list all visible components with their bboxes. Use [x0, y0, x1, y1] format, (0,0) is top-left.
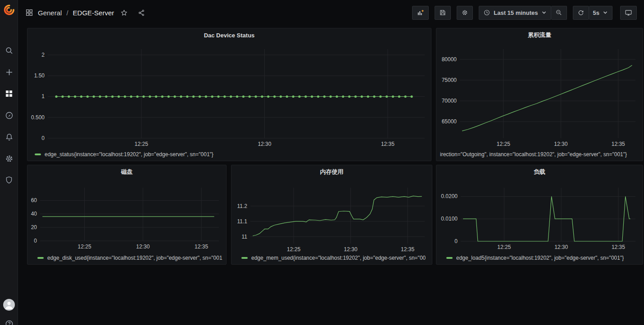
chart-cumulative-traffic[interactable]: 6500070000750008000012:2512:3012:35: [436, 28, 643, 162]
dashboard-toolbar: Last 15 minutes 5s: [406, 6, 637, 20]
legend-swatch: [37, 257, 44, 259]
x-tick-label: 12:35: [195, 244, 208, 250]
legend: edge_mem_used{instance="localhost:19202"…: [241, 255, 429, 261]
dashboard-settings-button[interactable]: [457, 6, 473, 20]
series-point: [105, 95, 107, 98]
y-tick-label: 20: [31, 224, 37, 230]
zoom-out-icon: [555, 9, 562, 16]
y-tick-label: 2: [41, 52, 45, 58]
grafana-logo[interactable]: [0, 0, 18, 20]
series-point: [254, 95, 257, 98]
refresh-interval-picker[interactable]: 5s: [589, 6, 612, 20]
series-point: [354, 95, 357, 98]
sidebar-item-search[interactable]: [0, 40, 18, 61]
x-tick-label: 12:30: [136, 244, 150, 250]
series-point: [211, 95, 213, 98]
chart-disk[interactable]: 020406012:2512:3012:35: [27, 165, 226, 266]
y-tick-label: 11.1: [237, 218, 248, 225]
save-icon: [439, 9, 446, 16]
series-point: [186, 95, 188, 98]
chart-canvas[interactable]: 020406012:2512:3012:35: [27, 165, 226, 264]
x-tick-label: 12:35: [612, 141, 625, 147]
series-point: [249, 95, 251, 98]
breadcrumb-separator: /: [66, 9, 68, 17]
panel-title[interactable]: 负载: [436, 165, 643, 179]
legend-series-name[interactable]: edge_disk_used{instance="localhost:19202…: [47, 255, 222, 261]
series-point: [342, 95, 344, 98]
y-tick-label: 65000: [442, 118, 457, 125]
panel-cumulative-traffic: 累积流量 6500070000750008000012:2512:3012:35…: [436, 28, 643, 161]
chart-canvas[interactable]: 00.01000.020012:2512:3012:35: [436, 165, 643, 264]
time-range-picker[interactable]: Last 15 minutes: [479, 6, 551, 20]
chart-memory-usage[interactable]: 1111.111.212:2512:3012:35: [231, 165, 432, 266]
chart-canvas[interactable]: 6500070000750008000012:2512:3012:35: [436, 28, 643, 161]
series-line: [462, 65, 632, 131]
sidebar-item-help[interactable]: [0, 317, 18, 325]
kiosk-mode-button[interactable]: [620, 6, 637, 20]
favorite-star-button[interactable]: [120, 9, 128, 17]
y-tick-label: 1: [41, 93, 45, 99]
series-point: [217, 95, 219, 98]
sidebar-item-explore[interactable]: [0, 104, 18, 126]
series-point: [336, 95, 338, 98]
add-panel-icon: [417, 9, 424, 17]
legend-series-name[interactable]: irection="Outgoing", instance="localhost…: [440, 151, 627, 158]
series-point: [199, 95, 201, 98]
x-tick-label: 12:35: [381, 141, 395, 147]
y-tick-label: 0: [41, 135, 45, 141]
panel-title[interactable]: 内存使用: [231, 165, 432, 179]
apps-grid-icon: [25, 9, 33, 17]
sidebar-item-configuration[interactable]: [0, 148, 18, 169]
legend-swatch: [446, 257, 453, 259]
panel-title[interactable]: 磁盘: [27, 165, 226, 179]
chart-canvas[interactable]: 1111.111.212:2512:3012:35: [231, 165, 432, 264]
shield-icon: [5, 176, 14, 185]
sidebar-item-alerting[interactable]: [0, 126, 18, 148]
legend-series-name[interactable]: edge_status{instance="localhost:19202", …: [45, 151, 213, 158]
panel-title[interactable]: 累积流量: [436, 28, 643, 42]
series-point: [223, 95, 226, 98]
x-tick-label: 12:30: [554, 141, 567, 147]
user-avatar[interactable]: [3, 299, 15, 311]
sidebar-item-server-admin[interactable]: [0, 169, 18, 191]
legend-series-name[interactable]: edge_mem_used{instance="localhost:19202"…: [251, 255, 426, 261]
chevron-down-icon: [603, 10, 608, 15]
series-point: [86, 95, 89, 98]
series-point: [149, 95, 151, 98]
series-point: [168, 95, 170, 98]
panel-title[interactable]: Dac Device Status: [27, 28, 431, 42]
add-panel-button[interactable]: [412, 6, 429, 20]
zoom-out-time-button[interactable]: [551, 6, 567, 20]
series-point: [330, 95, 332, 98]
breadcrumb-folder[interactable]: General: [38, 9, 62, 17]
series-point: [230, 95, 232, 98]
series-point: [411, 95, 413, 98]
refresh-button[interactable]: [573, 6, 589, 20]
series-point: [99, 95, 101, 98]
chart-canvas[interactable]: 00.50011.50212:2512:3012:35: [27, 28, 431, 161]
bell-icon: [5, 132, 14, 142]
share-dashboard-button[interactable]: [138, 9, 145, 17]
sidebar-item-create[interactable]: [0, 61, 18, 83]
x-tick-label: 12:25: [78, 244, 91, 250]
series-point: [61, 95, 63, 98]
chart-dac-device-status[interactable]: 00.50011.50212:2512:3012:35: [27, 28, 431, 162]
refresh-interval-label: 5s: [593, 9, 599, 16]
star-icon: [120, 9, 128, 17]
series-point: [323, 95, 326, 98]
x-tick-label: 12:25: [497, 244, 511, 250]
legend-series-name[interactable]: edge_load5{instance="localhost:19202", j…: [456, 255, 624, 261]
y-tick-label: 40: [31, 211, 37, 217]
panel-memory-usage: 内存使用 1111.111.212:2512:3012:35 edge_mem_…: [231, 165, 432, 265]
save-dashboard-button[interactable]: [435, 6, 451, 20]
series-point: [192, 95, 195, 98]
sidebar-item-dashboards[interactable]: [0, 83, 18, 104]
series-point: [124, 95, 126, 98]
legend: edge_status{instance="localhost:19202", …: [35, 151, 428, 158]
series-point: [93, 95, 95, 98]
breadcrumb-dashboard-title[interactable]: EDGE-Server: [73, 9, 114, 17]
y-tick-label: 80000: [442, 56, 457, 63]
chart-load[interactable]: 00.01000.020012:2512:3012:35: [436, 165, 643, 266]
series-point: [361, 95, 363, 98]
series-point: [118, 95, 120, 98]
